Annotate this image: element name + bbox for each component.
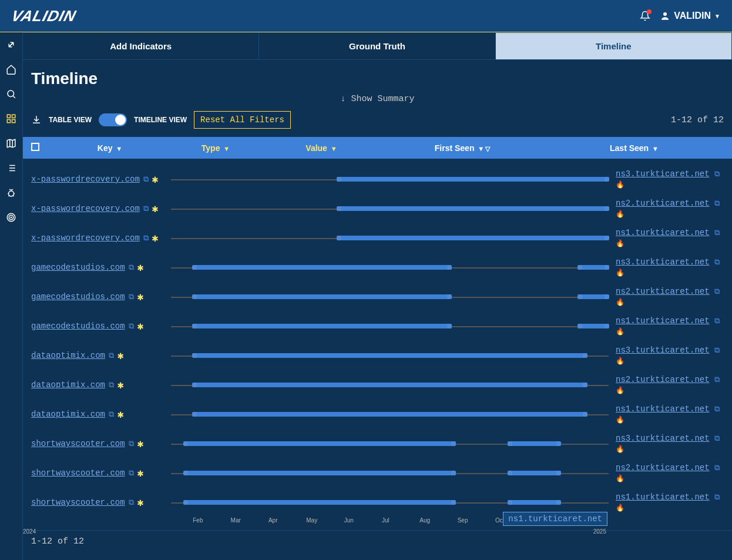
tab-add-indicators[interactable]: Add Indicators — [23, 32, 259, 60]
table-row: shortwayscooter.com ⧉ ✱ ns1.turkticaret.… — [31, 488, 724, 517]
column-key[interactable]: Key ▼ — [51, 143, 169, 153]
timeline-bar — [171, 263, 609, 271]
key-link[interactable]: x-passwordrecovery.com — [31, 233, 140, 243]
copy-icon[interactable]: ⧉ — [714, 258, 720, 267]
key-link[interactable]: shortwayscooter.com — [31, 498, 125, 507]
value-link[interactable]: ns2.turkticaret.net — [616, 287, 710, 296]
pagination-label: 1-12 of 12 — [671, 115, 724, 125]
star-icon: ✱ — [137, 437, 144, 450]
star-icon: ✱ — [137, 496, 144, 509]
notifications-button[interactable] — [640, 11, 650, 21]
tab-ground-truth[interactable]: Ground Truth — [259, 32, 495, 60]
svg-rect-4 — [7, 120, 10, 123]
value-link[interactable]: ns3.turkticaret.net — [616, 346, 710, 355]
copy-icon[interactable]: ⧉ — [129, 498, 134, 507]
value-link[interactable]: ns2.turkticaret.net — [616, 375, 710, 384]
key-link[interactable]: dataoptimix.com — [31, 380, 105, 390]
view-toggle[interactable] — [99, 113, 127, 126]
copy-icon[interactable]: ⧉ — [129, 322, 134, 331]
value-link[interactable]: ns1.turkticaret.net — [616, 492, 710, 502]
value-link[interactable]: ns2.turkticaret.net — [616, 463, 710, 472]
copy-icon[interactable]: ⧉ — [143, 175, 149, 184]
copy-icon[interactable]: ⧉ — [714, 346, 720, 355]
filter-icon: ▼ — [116, 145, 122, 152]
key-link[interactable]: x-passwordrecovery.com — [31, 175, 140, 184]
value-link[interactable]: ns3.turkticaret.net — [616, 434, 710, 443]
copy-icon[interactable]: ⧉ — [143, 204, 149, 213]
value-link[interactable]: ns2.turkticaret.net — [616, 199, 710, 208]
value-link[interactable]: ns1.turkticaret.net — [616, 316, 710, 326]
copy-icon[interactable]: ⧉ — [714, 170, 720, 179]
list-icon[interactable] — [5, 162, 18, 175]
show-summary-toggle[interactable]: ↓ Show Summary — [23, 94, 732, 108]
table-header: Key ▼ Type ▼ Value ▼ First Seen ▼▽ Last … — [23, 137, 732, 159]
timeline-bar — [171, 293, 609, 301]
column-first-seen[interactable]: First Seen ▼▽ — [380, 143, 545, 153]
value-link[interactable]: ns3.turkticaret.net — [616, 169, 710, 179]
flame-icon: 🔥 — [616, 416, 624, 424]
key-link[interactable]: gamecodestudios.com — [31, 263, 125, 272]
copy-icon[interactable]: ⧉ — [714, 493, 720, 502]
copy-icon[interactable]: ⧉ — [129, 263, 134, 272]
search-icon[interactable] — [5, 88, 18, 100]
value-link[interactable]: ns3.turkticaret.net — [616, 257, 710, 267]
key-link[interactable]: dataoptimix.com — [31, 410, 105, 419]
reset-filters-button[interactable]: Reset All Filters — [194, 111, 291, 129]
copy-icon[interactable]: ⧉ — [714, 199, 720, 208]
copy-icon[interactable]: ⧉ — [714, 405, 720, 414]
key-link[interactable]: gamecodestudios.com — [31, 292, 125, 301]
copy-icon[interactable]: ⧉ — [714, 229, 720, 237]
value-link[interactable]: ns1.turkticaret.net — [616, 228, 710, 237]
copy-icon[interactable]: ⧉ — [109, 351, 114, 360]
copy-icon[interactable]: ⧉ — [714, 464, 720, 472]
copy-icon[interactable]: ⧉ — [714, 375, 720, 384]
tab-timeline[interactable]: Timeline — [496, 32, 732, 60]
key-link[interactable]: dataoptimix.com — [31, 351, 105, 360]
flame-icon: 🔥 — [616, 475, 624, 483]
user-menu[interactable]: VALIDIN ▼ — [660, 11, 720, 21]
timeline-bar — [171, 381, 609, 389]
filter-icon: ▼ — [223, 145, 230, 152]
table-row: gamecodestudios.com ⧉ ✱ ns3.turkticaret.… — [31, 253, 724, 282]
column-last-seen[interactable]: Last Seen ▼ — [545, 143, 724, 153]
app-sidebar — [0, 32, 22, 560]
download-icon[interactable] — [31, 115, 42, 125]
column-value[interactable]: Value ▼ — [263, 143, 380, 153]
notification-dot — [647, 9, 652, 14]
select-all-checkbox[interactable] — [31, 143, 39, 151]
key-link[interactable]: gamecodestudios.com — [31, 321, 125, 331]
copy-icon[interactable]: ⧉ — [109, 381, 114, 390]
table-row: x-passwordrecovery.com ⧉ ✱ ns3.turkticar… — [31, 165, 724, 194]
svg-rect-5 — [12, 120, 15, 123]
main-content: Add Indicators Ground Truth Timeline Tim… — [22, 32, 732, 560]
copy-icon[interactable]: ⧉ — [714, 287, 720, 296]
svg-rect-2 — [7, 115, 10, 118]
flame-icon: 🔥 — [616, 299, 624, 307]
table-row: dataoptimix.com ⧉ ✱ ns3.turkticaret.net … — [31, 341, 724, 370]
filter-icon: ▼ — [331, 145, 337, 152]
home-icon[interactable] — [5, 63, 18, 76]
copy-icon[interactable]: ⧉ — [714, 317, 720, 326]
star-icon: ✱ — [152, 173, 159, 186]
target-icon[interactable] — [5, 211, 18, 224]
copy-icon[interactable]: ⧉ — [129, 440, 134, 448]
expand-icon[interactable] — [5, 38, 18, 51]
copy-icon[interactable]: ⧉ — [143, 234, 149, 243]
copy-icon[interactable]: ⧉ — [129, 293, 134, 301]
column-type[interactable]: Type ▼ — [169, 143, 263, 153]
value-link[interactable]: ns1.turkticaret.net — [616, 404, 710, 414]
star-icon: ✱ — [137, 467, 144, 479]
copy-icon[interactable]: ⧉ — [129, 469, 134, 478]
view-controls: TABLE VIEW TIMELINE VIEW Reset All Filte… — [23, 108, 732, 137]
table-row: dataoptimix.com ⧉ ✱ ns2.turkticaret.net … — [31, 370, 724, 400]
copy-icon[interactable]: ⧉ — [109, 410, 114, 419]
map-icon[interactable] — [5, 137, 18, 150]
timeline-bar — [171, 234, 609, 242]
table-row: shortwayscooter.com ⧉ ✱ ns2.turkticaret.… — [31, 458, 724, 488]
key-link[interactable]: shortwayscooter.com — [31, 468, 125, 478]
key-link[interactable]: x-passwordrecovery.com — [31, 204, 140, 213]
key-link[interactable]: shortwayscooter.com — [31, 439, 125, 448]
copy-icon[interactable]: ⧉ — [714, 434, 720, 443]
bug-icon[interactable] — [5, 186, 18, 199]
grid-icon[interactable] — [5, 112, 18, 125]
